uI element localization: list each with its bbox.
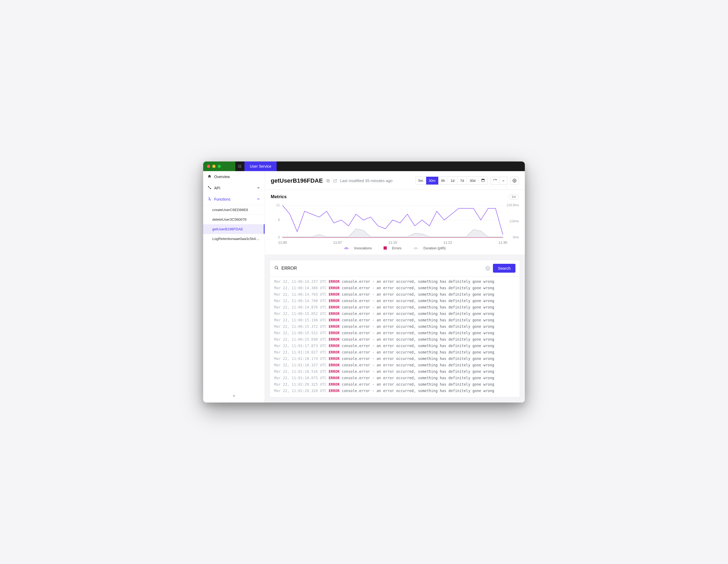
range-5m[interactable]: 5m	[416, 177, 426, 185]
legend-duration-icon	[413, 247, 418, 251]
sidebar-item-api[interactable]: API	[203, 182, 265, 194]
x-tick: 11:30	[499, 241, 507, 245]
sidebar-item-functions[interactable]: Functions	[203, 194, 265, 205]
chevron-up-icon	[257, 197, 260, 202]
log-level: ERROR	[329, 343, 340, 348]
sidebar-label: API	[214, 186, 220, 190]
svg-line-24	[277, 269, 278, 270]
log-line[interactable]: Mar 22, 11:02:20.325 UTC ERROR console.e…	[270, 381, 520, 387]
range-30d[interactable]: 30d	[467, 177, 478, 185]
metrics-chart: 06110ms110ms218.9ms11:0011:0711:1511:221…	[271, 202, 519, 245]
sidebar-subitem-function[interactable]: createUserC6ED88E6	[203, 205, 265, 215]
legend-invocations-icon	[344, 247, 349, 251]
log-level: ERROR	[329, 382, 340, 386]
log-message: console.error - an error occurred, somet…	[342, 311, 494, 316]
search-button[interactable]: Search	[493, 264, 515, 273]
sidebar-subitem-function[interactable]: LogRetentionaae0aa3c5b4d4…	[203, 234, 265, 244]
log-level: ERROR	[329, 388, 340, 393]
x-tick: 11:15	[388, 241, 397, 245]
log-line[interactable]: Mar 22, 11:01:18.027 UTC ERROR console.e…	[270, 349, 520, 355]
search-icon	[274, 266, 279, 271]
metrics-card: Metrics 1m 06110ms110ms218.9ms11:0011:07…	[265, 190, 525, 255]
log-line[interactable]: Mar 22, 11:00:15.052 UTC ERROR console.e…	[270, 310, 520, 317]
svg-point-4	[238, 166, 239, 166]
y-right-tick: 110ms	[509, 219, 519, 223]
log-line[interactable]: Mar 22, 11:01:18.516 UTC ERROR console.e…	[270, 368, 520, 375]
refresh-menu-button[interactable]	[499, 177, 507, 185]
log-message: console.error - an error occurred, somet…	[342, 363, 494, 367]
log-timestamp: Mar 22, 11:01:18.327 UTC	[274, 363, 326, 367]
sidebar-item-overview[interactable]: Overview	[203, 171, 265, 182]
log-message: console.error - an error occurred, somet…	[342, 343, 494, 348]
log-timestamp: Mar 22, 11:00:14.876 UTC	[274, 305, 326, 309]
main: getUserB196FDAE Last modified 35 minutes…	[265, 171, 525, 402]
log-line[interactable]: Mar 22, 11:00:15.196 UTC ERROR console.e…	[270, 317, 520, 323]
log-message: console.error - an error occurred, somet…	[342, 318, 494, 322]
settings-button[interactable]	[510, 177, 519, 185]
log-level: ERROR	[329, 363, 340, 367]
legend-errors-icon	[384, 247, 387, 251]
legend-label: Errors	[392, 246, 402, 250]
chevron-down-icon	[257, 186, 260, 191]
auto-refresh-pill[interactable]: 1m	[508, 194, 519, 200]
tab-label: User Service	[250, 164, 271, 169]
log-level: ERROR	[329, 376, 340, 380]
external-link-icon[interactable]	[333, 179, 337, 183]
log-level: ERROR	[329, 298, 340, 303]
log-message: console.error - an error occurred, somet…	[342, 305, 494, 309]
function-list: createUserC6ED88E6deleteUser3C560078getU…	[203, 205, 265, 244]
log-line[interactable]: Mar 22, 11:00:14.876 UTC ERROR console.e…	[270, 304, 520, 310]
log-search-input[interactable]	[281, 266, 483, 271]
svg-point-22	[415, 248, 417, 249]
range-30m[interactable]: 30m	[426, 177, 439, 185]
svg-rect-8	[328, 180, 330, 182]
maximize-window-icon[interactable]	[218, 165, 221, 168]
log-line[interactable]: Mar 22, 11:00:14.703 UTC ERROR console.e…	[270, 291, 520, 297]
sidebar-subitem-function[interactable]: getUserB196FDAE	[203, 224, 265, 234]
refresh-group	[491, 177, 507, 185]
log-message: console.error - an error occurred, somet…	[342, 292, 494, 296]
log-line[interactable]: Mar 22, 11:01:18.174 UTC ERROR console.e…	[270, 355, 520, 362]
log-message: console.error - an error occurred, somet…	[342, 337, 494, 341]
page-header: getUserB196FDAE Last modified 35 minutes…	[265, 171, 525, 190]
log-line[interactable]: Mar 22, 11:01:18.675 UTC ERROR console.e…	[270, 375, 520, 381]
log-timestamp: Mar 22, 11:00:14.237 UTC	[274, 279, 326, 283]
close-window-icon[interactable]	[207, 165, 210, 168]
log-level: ERROR	[329, 305, 340, 309]
svg-rect-20	[384, 247, 387, 250]
log-level: ERROR	[329, 337, 340, 341]
log-timestamp: Mar 22, 11:02:20.328 UTC	[274, 388, 326, 393]
calendar-button[interactable]	[478, 177, 488, 185]
clear-search-button[interactable]	[485, 266, 490, 271]
log-level: ERROR	[329, 311, 340, 316]
log-line[interactable]: Mar 22, 11:00:15.698 UTC ERROR console.e…	[270, 336, 520, 342]
range-6h[interactable]: 6h	[439, 177, 448, 185]
log-line[interactable]: Mar 22, 11:02:20.328 UTC ERROR console.e…	[270, 387, 520, 394]
log-line[interactable]: Mar 22, 11:00:15.522 UTC ERROR console.e…	[270, 330, 520, 336]
log-line[interactable]: Mar 22, 11:00:15.372 UTC ERROR console.e…	[270, 323, 520, 330]
copy-icon[interactable]	[326, 179, 330, 183]
log-message: console.error - an error occurred, somet…	[342, 286, 494, 290]
log-line[interactable]: Mar 22, 11:00:14.237 UTC ERROR console.e…	[270, 278, 520, 285]
log-line[interactable]: Mar 22, 11:00:14.386 UTC ERROR console.e…	[270, 285, 520, 291]
x-tick: 11:00	[278, 241, 287, 245]
x-tick: 11:07	[333, 241, 342, 245]
range-7d[interactable]: 7d	[458, 177, 467, 185]
range-1d[interactable]: 1d	[448, 177, 457, 185]
refresh-button[interactable]	[491, 177, 499, 185]
log-timestamp: Mar 22, 11:00:14.703 UTC	[274, 292, 326, 296]
sidebar-subitem-function[interactable]: deleteUser3C560078	[203, 215, 265, 224]
metrics-title: Metrics	[271, 194, 287, 200]
log-line[interactable]: Mar 22, 11:00:14.708 UTC ERROR console.e…	[270, 297, 520, 304]
log-line[interactable]: Mar 22, 11:01:17.873 UTC ERROR console.e…	[270, 342, 520, 349]
tab-service[interactable]: User Service	[244, 162, 277, 171]
x-tick: 11:22	[443, 241, 452, 245]
svg-rect-9	[327, 179, 329, 181]
log-timestamp: Mar 22, 11:01:18.027 UTC	[274, 350, 326, 354]
minimize-window-icon[interactable]	[212, 165, 216, 168]
log-timestamp: Mar 22, 11:01:17.873 UTC	[274, 343, 326, 348]
log-level: ERROR	[329, 324, 340, 328]
list-icon[interactable]	[235, 164, 244, 169]
log-line[interactable]: Mar 22, 11:01:18.327 UTC ERROR console.e…	[270, 362, 520, 368]
collapse-sidebar-button[interactable]	[232, 394, 236, 399]
